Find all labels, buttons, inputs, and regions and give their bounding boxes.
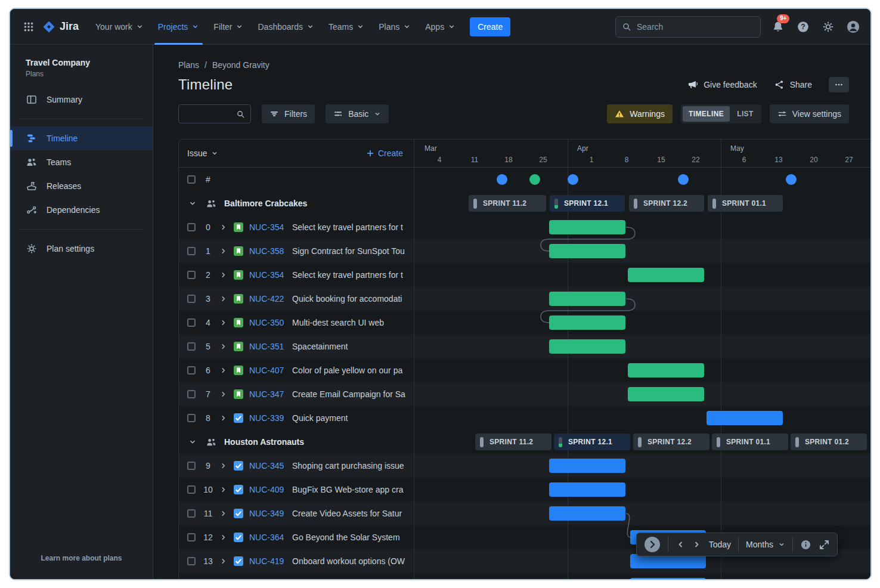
schedule-bar[interactable] <box>549 459 625 473</box>
row-checkbox[interactable] <box>187 247 196 255</box>
sprint-bar[interactable]: SPRINT 11.2 <box>469 195 546 212</box>
jira-logo[interactable]: Jira <box>38 20 85 33</box>
issue-key-link[interactable]: NUC-347 <box>249 389 286 399</box>
more-actions-button[interactable] <box>829 77 849 92</box>
sidebar-item-timeline[interactable]: Timeline <box>10 126 153 150</box>
release-marker[interactable] <box>568 174 578 185</box>
release-marker[interactable] <box>678 174 689 185</box>
row-checkbox[interactable] <box>187 390 196 398</box>
scroll-right-button[interactable] <box>692 540 702 549</box>
basic-view-dropdown[interactable]: Basic <box>326 104 389 123</box>
fullscreen-button[interactable] <box>819 539 830 550</box>
sprint-bar[interactable]: SPRINT 01.2 <box>791 434 867 450</box>
row-checkbox[interactable] <box>187 366 196 375</box>
toggle-list[interactable]: LIST <box>731 106 760 122</box>
release-marker[interactable] <box>786 174 797 185</box>
issue-key-link[interactable]: NUC-339 <box>249 413 286 423</box>
issue-key-link[interactable]: NUC-354 <box>249 270 286 280</box>
breadcrumb-plans[interactable]: Plans <box>178 60 199 70</box>
sidebar-item-summary[interactable]: Summary <box>10 88 153 112</box>
nav-item-apps[interactable]: Apps <box>418 9 463 45</box>
row-checkbox[interactable] <box>187 485 196 494</box>
expand-row-icon[interactable] <box>219 271 228 279</box>
expand-row-icon[interactable] <box>219 366 228 375</box>
row-checkbox[interactable] <box>187 175 196 184</box>
expand-row-icon[interactable] <box>219 295 228 303</box>
expand-row-icon[interactable] <box>219 318 228 327</box>
expand-row-icon[interactable] <box>219 509 228 518</box>
issue-key-link[interactable]: NUC-364 <box>249 533 286 542</box>
schedule-bar[interactable] <box>549 220 625 234</box>
schedule-bar[interactable] <box>549 244 625 258</box>
sidebar-item-dependencies[interactable]: Dependencies <box>10 198 153 222</box>
sprint-bar[interactable]: SPRINT 01.1 <box>712 434 788 450</box>
issue-key-link[interactable]: NUC-409 <box>249 485 286 494</box>
learn-more-link[interactable]: Learn more about plans <box>10 554 153 562</box>
schedule-bar[interactable] <box>549 506 625 521</box>
sidebar-item-teams[interactable]: Teams <box>10 150 153 174</box>
row-checkbox[interactable] <box>187 462 196 470</box>
help-button[interactable]: ? <box>795 19 811 35</box>
schedule-bar[interactable] <box>707 411 783 425</box>
schedule-bar[interactable] <box>549 482 625 497</box>
info-button[interactable] <box>800 539 811 550</box>
row-checkbox[interactable] <box>187 557 196 565</box>
settings-button[interactable] <box>820 19 836 35</box>
share-button[interactable]: Share <box>774 79 812 90</box>
sprint-bar[interactable]: SPRINT 11.2 <box>475 434 551 450</box>
nav-item-teams[interactable]: Teams <box>321 9 371 45</box>
row-checkbox[interactable] <box>187 271 196 279</box>
expand-row-icon[interactable] <box>219 223 228 231</box>
expand-panel-button[interactable] <box>644 536 661 553</box>
warnings-button[interactable]: Warnings <box>607 104 673 123</box>
expand-row-icon[interactable] <box>219 342 228 351</box>
schedule-bar[interactable] <box>628 268 704 282</box>
release-marker[interactable] <box>529 174 540 185</box>
nav-item-plans[interactable]: Plans <box>371 9 418 45</box>
sprint-bar[interactable]: SPRINT 01.1 <box>708 195 783 212</box>
scroll-left-button[interactable] <box>676 540 685 549</box>
issue-key-link[interactable]: NUC-349 <box>249 509 286 518</box>
view-settings-button[interactable]: View settings <box>770 104 849 123</box>
sprint-bar[interactable]: SPRINT 12.2 <box>633 434 709 450</box>
profile-button[interactable] <box>845 19 861 35</box>
issue-key-link[interactable]: NUC-407 <box>249 366 286 375</box>
schedule-bar[interactable] <box>549 292 625 306</box>
today-button[interactable]: Today <box>709 540 731 549</box>
filters-button[interactable]: Filters <box>262 104 315 123</box>
breadcrumb-plan-name[interactable]: Beyond Gravity <box>212 60 269 70</box>
row-checkbox[interactable] <box>187 509 196 518</box>
row-checkbox[interactable] <box>187 342 196 351</box>
nav-item-dashboards[interactable]: Dashboards <box>250 9 321 45</box>
schedule-bar[interactable] <box>549 339 625 354</box>
expand-row-icon[interactable] <box>219 462 228 470</box>
expand-row-icon[interactable] <box>219 414 228 422</box>
row-checkbox[interactable] <box>187 223 196 231</box>
release-marker[interactable] <box>497 174 507 185</box>
schedule-bar[interactable] <box>628 387 704 401</box>
search-input[interactable] <box>637 22 754 32</box>
issue-key-link[interactable]: NUC-351 <box>249 342 286 351</box>
issue-key-link[interactable]: NUC-419 <box>249 556 286 566</box>
issue-key-link[interactable]: NUC-345 <box>249 461 286 471</box>
nav-item-projects[interactable]: Projects <box>151 9 207 45</box>
zoom-level-dropdown[interactable]: Months <box>746 540 785 549</box>
issue-key-link[interactable]: NUC-358 <box>249 246 286 256</box>
create-issue-button[interactable]: Create <box>366 148 403 158</box>
row-checkbox[interactable] <box>187 414 196 422</box>
sprint-bar[interactable]: SPRINT 12.1 <box>550 195 625 212</box>
issue-header-label[interactable]: Issue <box>187 148 207 158</box>
sidebar-item-releases[interactable]: Releases <box>10 174 153 198</box>
app-switcher-icon[interactable] <box>20 18 38 36</box>
issue-key-link[interactable]: NUC-350 <box>249 318 286 327</box>
sidebar-item-plan-settings[interactable]: Plan settings <box>10 237 153 261</box>
expand-row-icon[interactable] <box>219 390 228 398</box>
row-checkbox[interactable] <box>187 318 196 327</box>
give-feedback-button[interactable]: Give feedback <box>687 79 757 90</box>
expand-row-icon[interactable] <box>219 247 228 255</box>
issue-key-link[interactable]: NUC-422 <box>249 294 286 304</box>
toggle-timeline[interactable]: TIMELINE <box>683 106 730 122</box>
expand-row-icon[interactable] <box>219 557 228 565</box>
issue-key-link[interactable]: NUC-354 <box>249 222 286 232</box>
timeline-search[interactable] <box>178 104 251 123</box>
